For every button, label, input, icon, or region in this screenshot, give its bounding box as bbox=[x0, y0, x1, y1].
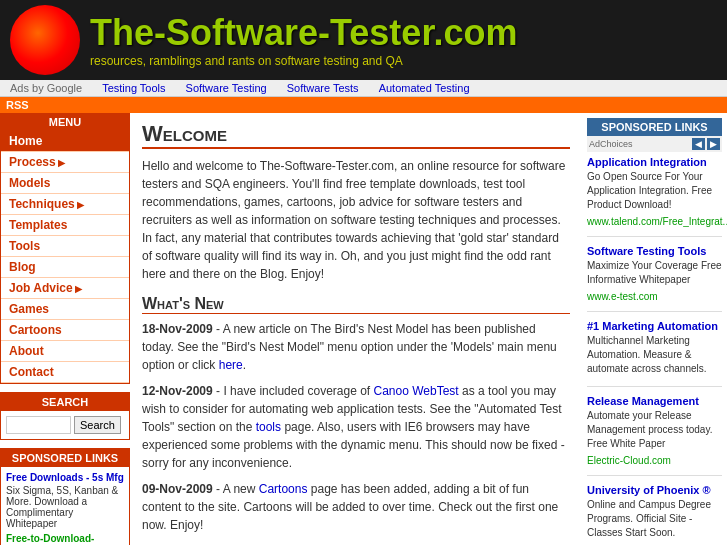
news-item-1: 18-Nov-2009 - A new article on The Bird'… bbox=[142, 320, 570, 374]
welcome-text: Hello and welcome to The-Software-Tester… bbox=[142, 157, 570, 283]
right-ad-url-1[interactable]: www.talend.com/Free_Integrat... bbox=[587, 216, 727, 227]
site-title: The-Software-Tester.com bbox=[90, 12, 517, 54]
left-sidebar: MENU Home Process Models Techniques Temp… bbox=[0, 113, 130, 545]
news-date-2: 12-Nov-2009 bbox=[142, 384, 213, 398]
menu-link-blog[interactable]: Blog bbox=[1, 257, 129, 277]
ads-by-label: Ads by Google bbox=[10, 82, 82, 94]
right-ad-item-5: University of Phoenix ® Online and Campu… bbox=[587, 484, 722, 545]
adchoices-bar: AdChoices ◀ ▶ bbox=[587, 136, 722, 152]
menu-link-games[interactable]: Games bbox=[1, 299, 129, 319]
menu-item-models[interactable]: Models bbox=[1, 173, 129, 194]
right-ad-title-1[interactable]: Application Integration bbox=[587, 156, 722, 168]
search-input[interactable] bbox=[6, 416, 71, 434]
left-ad-desc-1: Six Sigma, 5S, Kanban & More. Download a… bbox=[6, 485, 124, 529]
right-ad-item-1: Application Integration Go Open Source F… bbox=[587, 156, 722, 237]
ad-bar: Ads by Google Testing Tools Software Tes… bbox=[0, 80, 727, 97]
menu-link-job-advice[interactable]: Job Advice bbox=[1, 278, 129, 298]
right-sidebar: SPONSORED LINKS AdChoices ◀ ▶ Applicatio… bbox=[582, 113, 727, 545]
news-item-3: 09-Nov-2009 - A new Cartoons page has be… bbox=[142, 480, 570, 534]
right-ad-item-3: #1 Marketing Automation Multichannel Mar… bbox=[587, 320, 722, 387]
right-ad-title-2[interactable]: Software Testing Tools bbox=[587, 245, 722, 257]
header-text: The-Software-Tester.com resources, rambl… bbox=[90, 12, 517, 68]
right-ad-desc-1: Go Open Source For Your Application Inte… bbox=[587, 170, 722, 212]
news-link-3[interactable]: Cartoons bbox=[259, 482, 308, 496]
welcome-title: Welcome bbox=[142, 121, 570, 149]
right-sponsored-header: SPONSORED LINKS bbox=[587, 118, 722, 136]
left-ad-link-1[interactable]: Free Downloads - 5s Mfg bbox=[6, 472, 124, 483]
menu-item-cartoons[interactable]: Cartoons bbox=[1, 320, 129, 341]
menu-list: Home Process Models Techniques Templates… bbox=[0, 131, 130, 384]
menu-item-tools[interactable]: Tools bbox=[1, 236, 129, 257]
menu-item-process[interactable]: Process bbox=[1, 152, 129, 173]
right-ad-desc-3: Multichannel Marketing Automation. Measu… bbox=[587, 334, 722, 376]
ad-link-automated-testing[interactable]: Automated Testing bbox=[379, 82, 470, 94]
ad-link-testing-tools[interactable]: Testing Tools bbox=[102, 82, 165, 94]
menu-item-blog[interactable]: Blog bbox=[1, 257, 129, 278]
header: The-Software-Tester.com resources, rambl… bbox=[0, 0, 727, 80]
adchoices-text: AdChoices bbox=[589, 139, 633, 149]
sponsored-left-content: Free Downloads - 5s Mfg Six Sigma, 5S, K… bbox=[1, 467, 129, 545]
right-ad-item-4: Release Management Automate your Release… bbox=[587, 395, 722, 476]
menu-item-home[interactable]: Home bbox=[1, 131, 129, 152]
menu-item-techniques[interactable]: Techniques bbox=[1, 194, 129, 215]
sponsored-left-header: SPONSORED LINKS bbox=[1, 449, 129, 467]
right-ad-desc-5: Online and Campus Degree Programs. Offic… bbox=[587, 498, 722, 540]
menu-item-contact[interactable]: Contact bbox=[1, 362, 129, 383]
menu-link-home[interactable]: Home bbox=[1, 131, 129, 151]
menu-link-about[interactable]: About bbox=[1, 341, 129, 361]
main-content: Welcome Hello and welcome to The-Softwar… bbox=[130, 113, 582, 545]
right-ad-desc-2: Maximize Your Coverage Free Informative … bbox=[587, 259, 722, 287]
news-link-1[interactable]: here bbox=[219, 358, 243, 372]
menu-item-about[interactable]: About bbox=[1, 341, 129, 362]
menu-link-tools[interactable]: Tools bbox=[1, 236, 129, 256]
menu-link-models[interactable]: Models bbox=[1, 173, 129, 193]
right-ad-title-5[interactable]: University of Phoenix ® bbox=[587, 484, 722, 496]
menu-link-process[interactable]: Process bbox=[1, 152, 129, 172]
news-text-2a: - I have included coverage of bbox=[216, 384, 370, 398]
main-layout: MENU Home Process Models Techniques Temp… bbox=[0, 113, 727, 545]
right-ad-desc-4: Automate your Release Management process… bbox=[587, 409, 722, 451]
menu-link-contact[interactable]: Contact bbox=[1, 362, 129, 382]
news-item-2: 12-Nov-2009 - I have included coverage o… bbox=[142, 382, 570, 472]
site-logo bbox=[10, 5, 80, 75]
ad-choice-btn-2[interactable]: ▶ bbox=[707, 138, 720, 150]
menu-link-techniques[interactable]: Techniques bbox=[1, 194, 129, 214]
news-link-2b[interactable]: tools bbox=[256, 420, 281, 434]
rss-bar: RSS bbox=[0, 97, 727, 113]
right-ad-url-2[interactable]: www.e-test.com bbox=[587, 291, 658, 302]
right-ad-item-2: Software Testing Tools Maximize Your Cov… bbox=[587, 245, 722, 312]
right-ad-url-4[interactable]: Electric-Cloud.com bbox=[587, 455, 671, 466]
search-box: SEARCH Search bbox=[0, 392, 130, 440]
ad-link-software-testing[interactable]: Software Testing bbox=[186, 82, 267, 94]
search-form: Search bbox=[1, 411, 129, 439]
sponsored-left: SPONSORED LINKS Free Downloads - 5s Mfg … bbox=[0, 448, 130, 545]
ad-choice-buttons: ◀ ▶ bbox=[692, 138, 720, 150]
right-ad-title-4[interactable]: Release Management bbox=[587, 395, 722, 407]
rss-label: RSS bbox=[6, 99, 29, 111]
search-header: SEARCH bbox=[1, 393, 129, 411]
menu-item-templates[interactable]: Templates bbox=[1, 215, 129, 236]
news-date-3: 09-Nov-2009 bbox=[142, 482, 213, 496]
left-ad-url-1[interactable]: Free-to-Download-Plus.com bbox=[6, 533, 124, 545]
ad-link-software-tests[interactable]: Software Tests bbox=[287, 82, 359, 94]
menu-item-job-advice[interactable]: Job Advice bbox=[1, 278, 129, 299]
menu-link-cartoons[interactable]: Cartoons bbox=[1, 320, 129, 340]
menu-link-templates[interactable]: Templates bbox=[1, 215, 129, 235]
news-date-1: 18-Nov-2009 bbox=[142, 322, 213, 336]
right-ad-title-3[interactable]: #1 Marketing Automation bbox=[587, 320, 722, 332]
site-subtitle: resources, ramblings and rants on softwa… bbox=[90, 54, 517, 68]
search-button[interactable]: Search bbox=[74, 416, 121, 434]
whats-new-title: What's New bbox=[142, 295, 570, 314]
ad-choice-btn-1[interactable]: ◀ bbox=[692, 138, 705, 150]
menu-header: MENU bbox=[0, 113, 130, 131]
news-text-3a: - A new bbox=[216, 482, 255, 496]
news-link-2a[interactable]: Canoo WebTest bbox=[374, 384, 459, 398]
menu-item-games[interactable]: Games bbox=[1, 299, 129, 320]
